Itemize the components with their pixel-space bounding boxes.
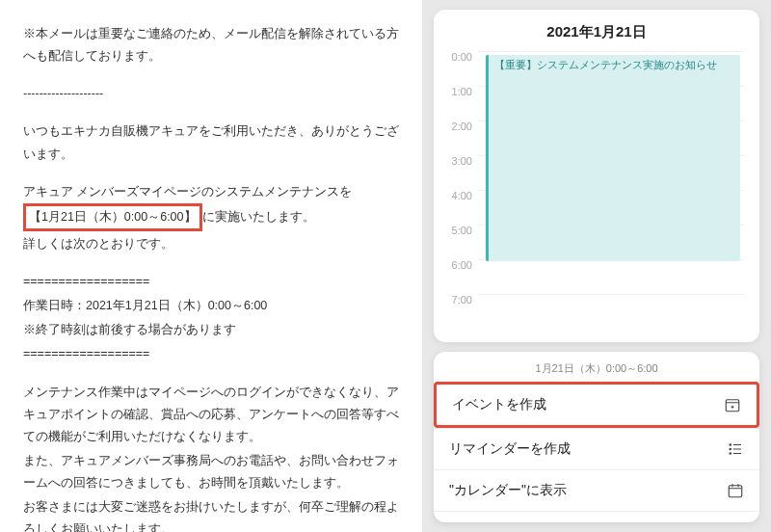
time-label: 0:00 (449, 51, 478, 63)
time-label: 4:00 (449, 190, 478, 201)
create-reminder-button[interactable]: リマインダーを作成 (434, 428, 759, 469)
calendar-add-icon (724, 396, 741, 413)
schedule: 作業日時：2021年1月21日（木）0:00～6:00 (23, 295, 399, 317)
menu-label: イベントを作成 (452, 396, 546, 413)
create-event-button[interactable]: イベントを作成 (434, 382, 759, 428)
calendar-event[interactable]: 【重要】システムメンテナンス実施のお知らせ (486, 55, 740, 261)
calendar-date-title: 2021年1月21日 (449, 23, 744, 41)
svg-rect-4 (729, 486, 742, 497)
svg-point-2 (730, 448, 731, 450)
copy-event-button[interactable]: イベントをコピー (434, 511, 759, 522)
details-note: 詳しくは次のとおりです。 (23, 233, 399, 255)
list-icon (727, 440, 744, 458)
body-text: メンテナンス作業中はマイページへのログインができなくなり、アキュアポイントの確認… (23, 382, 399, 448)
maintenance-line: アキュア メンバーズマイページのシステムメンテナンスを【1月21日（木）0:00… (23, 181, 399, 231)
show-in-calendar-button[interactable]: "カレンダー"に表示 (434, 469, 759, 511)
context-menu: 1月21日（木）0:00～6:00 イベントを作成 リマインダーを作成 "カレン… (434, 352, 759, 522)
time-label: 2:00 (449, 120, 478, 132)
email-notice: ※本メールは重要なご連絡のため、メール配信を解除されている方へも配信しております… (23, 23, 399, 67)
date-highlight[interactable]: 【1月21日（木）0:00～6:00】 (23, 203, 202, 231)
menu-label: リマインダーを作成 (449, 440, 571, 458)
time-label: 1:00 (449, 86, 478, 97)
time-label: 3:00 (449, 155, 478, 167)
svg-point-3 (730, 453, 731, 455)
time-label: 5:00 (449, 225, 478, 236)
time-label: 7:00 (449, 294, 478, 306)
body-text: お客さまには大変ご迷惑をお掛けいたしますが、何卒ご理解の程よろしくお願いいたしま… (23, 496, 399, 532)
schedule-note: ※終了時刻は前後する場合があります (23, 319, 399, 341)
menu-label: "カレンダー"に表示 (449, 482, 567, 499)
body-text: また、アキュアメンバーズ事務局へのお電話や、お問い合わせフォームへの回答につきま… (23, 450, 399, 494)
calendar-icon (727, 482, 744, 499)
divider: ================== (23, 343, 399, 365)
divider: ================== (23, 271, 399, 293)
menu-header: 1月21日（木）0:00～6:00 (434, 352, 759, 382)
popover-panel: 2021年1月21日 【重要】システムメンテナンス実施のお知らせ 0:00 1:… (422, 0, 771, 532)
greeting: いつもエキナカ自販機アキュアをご利用いただき、ありがとうございます。 (23, 120, 399, 165)
calendar-preview: 2021年1月21日 【重要】システムメンテナンス実施のお知らせ 0:00 1:… (434, 10, 759, 342)
email-body: ※本メールは重要なご連絡のため、メール配信を解除されている方へも配信しております… (0, 0, 422, 532)
divider: -------------------- (23, 83, 399, 105)
timeline: 【重要】システムメンテナンス実施のお知らせ 0:00 1:00 2:00 3:0… (449, 51, 744, 329)
svg-point-1 (730, 444, 731, 446)
time-label: 6:00 (449, 259, 478, 271)
